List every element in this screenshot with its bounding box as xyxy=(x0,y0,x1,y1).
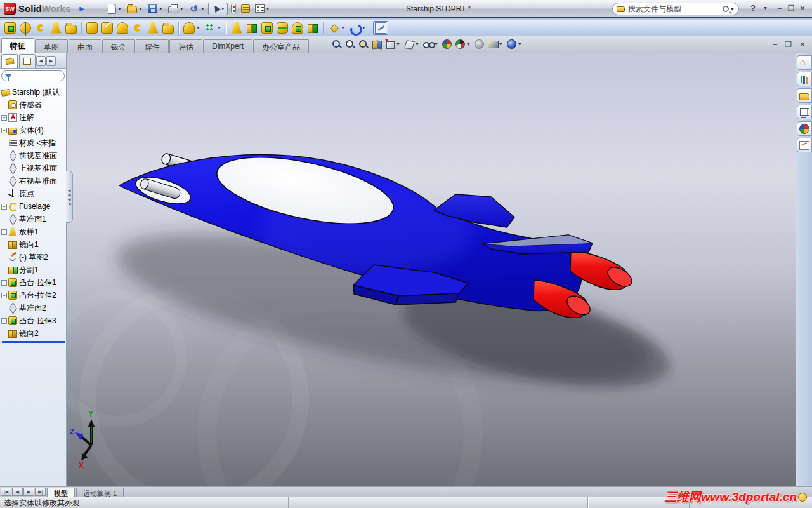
dropdown-arrow-icon[interactable]: ▼ xyxy=(117,6,122,11)
tree-filter-box[interactable] xyxy=(1,70,65,81)
revolved-cut-button[interactable] xyxy=(115,22,129,34)
tab-办公室产品[interactable]: 办公室产品 xyxy=(253,39,309,53)
dropdown-arrow-icon[interactable]: ▼ xyxy=(159,6,163,11)
select-cursor-button[interactable]: ▼ xyxy=(208,3,228,15)
graphics-viewport[interactable]: Y Z X xyxy=(67,53,796,486)
shell-button[interactable] xyxy=(260,22,274,34)
dropdown-arrow-icon[interactable]: ▼ xyxy=(221,6,225,11)
display-style-button[interactable]: ▼ xyxy=(403,39,420,50)
draft-button[interactable] xyxy=(245,22,259,34)
options-list-button[interactable]: ▼ xyxy=(253,3,272,14)
tree-item[interactable]: +凸台-拉伸3 xyxy=(1,314,66,327)
close-button[interactable]: ✕ xyxy=(797,4,808,13)
dropdown-arrow-icon[interactable]: ▼ xyxy=(200,6,205,11)
tab-曲面[interactable]: 曲面 xyxy=(69,39,102,53)
dropdown-arrow-icon[interactable]: ▼ xyxy=(138,6,143,11)
panel-splitter-handle[interactable]: ◀◀◀◀ xyxy=(66,171,73,223)
lofted-cut-button[interactable] xyxy=(146,22,160,34)
view-orientation-button[interactable]: ▼ xyxy=(384,39,401,50)
render-tools-button[interactable]: ▼ xyxy=(506,39,523,50)
expand-toggle[interactable]: + xyxy=(1,204,7,210)
last-tab-button[interactable]: ▶| xyxy=(35,488,46,496)
rollback-bar[interactable] xyxy=(2,341,65,343)
search-box[interactable]: 搜索文件与模型 ▼ xyxy=(612,3,739,15)
model-canvas[interactable]: Y Z X xyxy=(67,53,796,486)
dropdown-arrow-icon[interactable]: ▼ xyxy=(518,42,522,46)
reference-geometry-button[interactable]: ▼ xyxy=(327,22,346,34)
sketch-button[interactable] xyxy=(373,21,388,35)
lofted-boss-button[interactable] xyxy=(49,22,63,34)
solidworks-logo[interactable]: SW Solid Works xyxy=(0,0,74,17)
section-view-button[interactable] xyxy=(371,39,382,50)
doc-restore-button[interactable]: ❐ xyxy=(785,40,792,49)
doc-close-button[interactable]: ✕ xyxy=(799,40,806,49)
save-button[interactable]: ▼ xyxy=(146,3,165,15)
view-palette-button[interactable] xyxy=(797,105,812,119)
rib-button[interactable] xyxy=(230,22,244,34)
selection-filter-toggle-button[interactable] xyxy=(229,3,238,15)
property-manager-tab[interactable] xyxy=(19,54,36,68)
curves-button[interactable]: ▼ xyxy=(348,22,367,34)
new-document-button[interactable]: ▼ xyxy=(106,3,124,15)
expand-toggle[interactable]: + xyxy=(1,115,7,121)
tree-item[interactable]: 镜向1 xyxy=(1,238,66,251)
custom-properties-button[interactable] xyxy=(797,138,812,152)
expand-toggle[interactable]: + xyxy=(1,318,7,324)
wrap-button[interactable] xyxy=(275,22,289,34)
prev-tab-button[interactable]: ◀ xyxy=(12,488,23,496)
file-properties-button[interactable] xyxy=(239,3,252,14)
tree-item[interactable]: 右视基准面 xyxy=(1,175,66,187)
view-settings-button[interactable] xyxy=(474,39,485,50)
undo-button[interactable]: ↺▼ xyxy=(187,3,207,15)
tab-焊件[interactable]: 焊件 xyxy=(136,39,169,53)
panel-tabs-scroll-left[interactable]: ◀ xyxy=(36,56,46,66)
hole-wizard-button[interactable] xyxy=(100,22,114,34)
tree-item[interactable]: 分割1 xyxy=(1,264,66,276)
dropdown-arrow-icon[interactable]: ▼ xyxy=(396,42,400,46)
expand-toggle[interactable]: + xyxy=(1,280,7,286)
zoom-to-area-button[interactable] xyxy=(344,39,355,50)
minimize-button[interactable]: – xyxy=(774,4,785,13)
tree-item[interactable]: +放样1 xyxy=(1,225,66,238)
feature-manager-tab[interactable] xyxy=(1,54,18,68)
camera-view-button[interactable]: ▼ xyxy=(487,39,504,50)
tab-评估[interactable]: 评估 xyxy=(169,39,202,53)
tab-DimXpert[interactable]: DimXpert xyxy=(203,39,252,53)
tab-草图[interactable]: 草图 xyxy=(35,39,68,53)
linear-pattern-button[interactable]: ▼ xyxy=(203,22,223,34)
dropdown-arrow-icon[interactable]: ▼ xyxy=(415,42,419,46)
edit-appearance-button[interactable] xyxy=(442,39,452,50)
tree-item[interactable]: +实体(4) xyxy=(1,124,66,137)
print-button[interactable]: ▼ xyxy=(166,3,186,15)
panel-tabs-scroll-right[interactable]: ▶ xyxy=(46,56,56,66)
first-tab-button[interactable]: |◀ xyxy=(1,488,11,496)
tree-item[interactable]: +凸台-拉伸1 xyxy=(1,276,66,289)
mirror-button[interactable] xyxy=(306,22,320,34)
expand-toggle[interactable]: + xyxy=(1,293,7,298)
hide-show-items-button[interactable]: ▼ xyxy=(422,39,439,50)
search-dropdown-icon[interactable]: ▼ xyxy=(730,7,735,11)
appearances-scenes-button[interactable] xyxy=(797,121,812,136)
zoom-previous-button[interactable] xyxy=(358,39,369,50)
boundary-cut-button[interactable] xyxy=(161,22,175,34)
dome-button[interactable] xyxy=(291,22,304,34)
search-icon[interactable] xyxy=(723,6,729,12)
search-scope-folder-icon[interactable] xyxy=(617,6,625,12)
help-dropdown-icon[interactable]: ▼ xyxy=(763,6,768,10)
apply-scene-button[interactable]: ▼ xyxy=(455,39,471,50)
tree-item[interactable]: 基准面2 xyxy=(1,302,66,314)
solidworks-resources-button[interactable] xyxy=(797,55,812,70)
swept-cut-button[interactable] xyxy=(131,22,145,34)
doc-minimize-button[interactable]: – xyxy=(773,40,777,49)
next-tab-button[interactable]: ▶ xyxy=(23,488,34,496)
expand-toggle[interactable]: + xyxy=(1,128,7,133)
design-library-button[interactable] xyxy=(797,72,812,86)
extruded-cut-button[interactable] xyxy=(85,22,99,34)
tree-item[interactable]: 基准面1 xyxy=(1,213,66,225)
dropdown-arrow-icon[interactable]: ▼ xyxy=(499,42,503,46)
dropdown-arrow-icon[interactable]: ▼ xyxy=(266,6,270,11)
tree-item[interactable]: 传感器 xyxy=(1,98,66,111)
dropdown-arrow-icon[interactable]: ▼ xyxy=(180,6,184,11)
swept-boss-button[interactable] xyxy=(34,22,48,34)
expand-toggle[interactable]: + xyxy=(1,229,7,235)
